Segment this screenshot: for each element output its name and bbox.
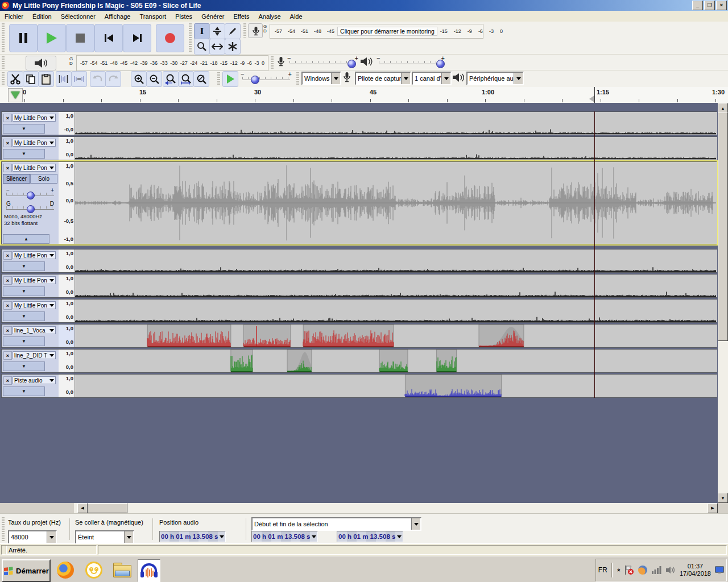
dropdown-arrow-icon[interactable]: [411, 518, 420, 530]
tools-toolbar-grip[interactable]: [189, 23, 192, 53]
track-collapse-button[interactable]: ▼: [3, 386, 45, 396]
scroll-right-arrow[interactable]: ▶: [708, 503, 718, 513]
track-vertical-scale[interactable]: 1,00,0: [59, 250, 75, 272]
play-meter-grip[interactable]: [2, 56, 5, 69]
track-collapse-button[interactable]: ▲: [3, 234, 49, 244]
menu-item[interactable]: Effets: [229, 12, 254, 21]
language-indicator[interactable]: FR: [598, 566, 607, 574]
dropdown-arrow-icon[interactable]: [401, 73, 410, 84]
trim-audio-button[interactable]: [56, 71, 72, 87]
zoom-out-button[interactable]: [146, 71, 162, 87]
track-waveform-area[interactable]: [75, 350, 717, 372]
speed-toolbar-grip[interactable]: [217, 72, 220, 85]
play-at-speed-button[interactable]: [222, 71, 238, 87]
track-name-select[interactable]: My Little Pon: [13, 276, 56, 284]
close-button[interactable]: ×: [716, 1, 727, 10]
track-collapse-button[interactable]: ▼: [3, 311, 45, 321]
scroll-left-arrow[interactable]: ◀: [77, 503, 88, 513]
menu-item[interactable]: Affichage: [100, 12, 135, 21]
playhead-marker-icon[interactable]: [589, 95, 594, 102]
track-name-select[interactable]: My Little Pon: [13, 301, 56, 309]
selection-toolbar-grip[interactable]: [2, 517, 5, 541]
track-vertical-scale[interactable]: 1,00,0: [59, 300, 75, 322]
track-name-select[interactable]: line_1_Voca: [13, 326, 56, 334]
menu-item[interactable]: Sélectionner: [56, 12, 100, 21]
scroll-up-arrow[interactable]: ▲: [718, 103, 728, 113]
audio-position-field[interactable]: 00 h 01 m 13.508 s: [159, 531, 226, 542]
tray-clock[interactable]: 01:37 17/04/2018: [680, 563, 711, 577]
track-close-button[interactable]: ×: [3, 326, 12, 335]
track-pan-slider[interactable]: GD: [5, 201, 55, 213]
menu-item[interactable]: Aide: [286, 12, 307, 21]
slider-knob[interactable]: [27, 205, 35, 213]
menu-item[interactable]: Édition: [28, 12, 56, 21]
redo-button[interactable]: [105, 71, 121, 87]
dropdown-arrow-icon[interactable]: [124, 531, 133, 543]
vertical-scroll-thumb[interactable]: [718, 113, 728, 341]
track-vertical-scale[interactable]: 1,00,50,0-0,5-1,0: [59, 162, 75, 244]
playback-device-select[interactable]: Périphérique au: [466, 72, 524, 85]
track-name-select[interactable]: My Little Pon: [13, 164, 56, 172]
menu-item[interactable]: Transport: [135, 12, 171, 21]
track-name-select[interactable]: My Little Pon: [13, 114, 56, 122]
record-meter-mic-button[interactable]: [248, 23, 263, 38]
track-gain-slider[interactable]: −+: [5, 187, 55, 199]
menu-item[interactable]: Générer: [197, 12, 229, 21]
zoom-fit-project-button[interactable]: [178, 71, 194, 87]
track-close-button[interactable]: ×: [3, 376, 12, 385]
menu-item[interactable]: Fichier: [0, 12, 28, 21]
track-collapse-button[interactable]: ▼: [3, 149, 45, 159]
record-meter-grip[interactable]: [243, 23, 246, 38]
zoom-selection-button[interactable]: [163, 71, 179, 87]
play-speed-slider[interactable]: − +: [241, 70, 292, 85]
selection-start-field[interactable]: 00 h 01 m 13.508 s: [251, 531, 318, 542]
record-button[interactable]: [156, 24, 184, 52]
restore-button[interactable]: ❐: [704, 1, 715, 10]
tray-app-sphere-icon[interactable]: [638, 566, 647, 575]
audacity-taskbar-icon[interactable]: [138, 559, 160, 582]
track-close-button[interactable]: ×: [3, 301, 12, 310]
track-vertical-scale[interactable]: 1,00,0: [59, 350, 75, 372]
transport-toolbar-grip[interactable]: [2, 23, 5, 53]
track-collapse-button[interactable]: ▼: [3, 336, 45, 346]
show-desktop-icon[interactable]: [715, 566, 724, 574]
silence-audio-button[interactable]: [71, 71, 87, 87]
file-explorer-taskbar-icon[interactable]: [111, 559, 133, 581]
vertical-scrollbar[interactable]: ▲ ▼: [718, 103, 728, 503]
record-meter[interactable]: -57-54-51-48-45 Cliquer pour démarrer le…: [270, 24, 483, 39]
play-meter-speaker-button[interactable]: [26, 56, 56, 70]
recording-volume-knob[interactable]: [348, 60, 356, 68]
track-name-select[interactable]: My Little Pon: [13, 139, 56, 147]
cut-button[interactable]: [7, 71, 23, 87]
track-waveform-area[interactable]: [75, 275, 717, 297]
track-vertical-scale[interactable]: 1,00,0: [59, 137, 75, 160]
track-close-button[interactable]: ×: [3, 351, 12, 360]
scroll-down-arrow[interactable]: ▼: [718, 493, 728, 503]
pinned-playhead-button[interactable]: [8, 88, 23, 102]
track-collapse-button[interactable]: ▼: [3, 261, 45, 271]
tray-flag-alert-icon[interactable]: [624, 565, 634, 575]
track-waveform-area[interactable]: [75, 112, 717, 135]
multi-tool-button[interactable]: [225, 39, 241, 55]
menu-item[interactable]: Pistes: [171, 12, 197, 21]
skip-to-end-button[interactable]: [123, 24, 151, 52]
track-waveform-area[interactable]: [75, 162, 717, 244]
play-speed-knob[interactable]: [251, 76, 259, 84]
playback-meter[interactable]: -57-54-51-48-45-42-39-36-33-30-27-24-21-…: [76, 55, 268, 71]
zoom-tool-button[interactable]: [194, 39, 210, 55]
track-name-select[interactable]: line_2_DID T: [13, 351, 56, 359]
dropdown-arrow-icon[interactable]: [331, 73, 340, 84]
dropdown-arrow-icon[interactable]: [514, 73, 523, 84]
horizontal-scroll-thumb[interactable]: [88, 503, 127, 513]
paste-button[interactable]: [38, 71, 54, 87]
track-mute-button[interactable]: Silencer: [3, 174, 30, 184]
track-collapse-button[interactable]: ▼: [3, 124, 45, 134]
edit-toolbar-grip[interactable]: [2, 72, 5, 85]
track-close-button[interactable]: ×: [3, 251, 12, 260]
network-signal-icon[interactable]: [651, 566, 661, 574]
track-vertical-scale[interactable]: 1,00,0: [59, 275, 75, 297]
zoom-in-button[interactable]: [131, 71, 147, 87]
track-name-select[interactable]: My Little Pon: [13, 251, 56, 259]
horizontal-scrollbar[interactable]: ◀ ▶: [74, 503, 718, 513]
track-vertical-scale[interactable]: 1,0-0,0: [59, 112, 75, 135]
